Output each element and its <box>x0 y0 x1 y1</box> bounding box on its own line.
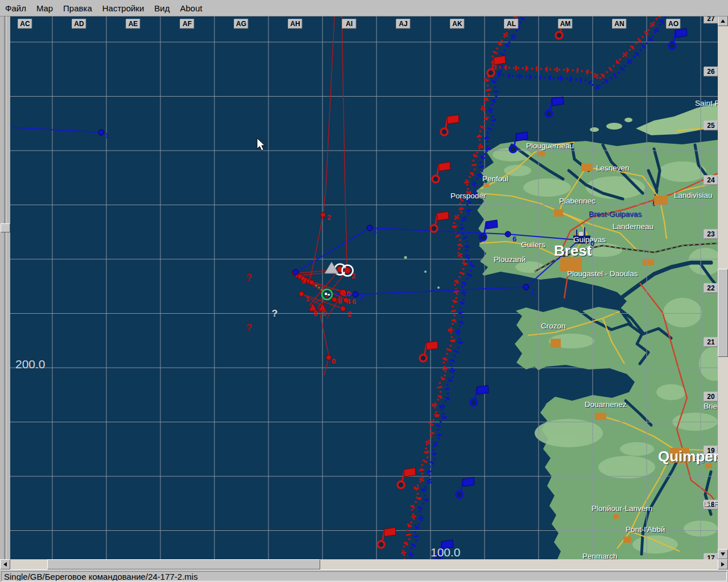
grid-badge: 26 <box>704 67 718 76</box>
city-label: Quimper <box>658 448 719 465</box>
arrow-down-icon <box>721 552 725 556</box>
scroll-down-button[interactable] <box>718 549 728 559</box>
grid-badge: 24 <box>704 176 718 185</box>
scroll-left-button[interactable] <box>0 559 10 569</box>
blue-waypoint-dot[interactable] <box>98 130 104 135</box>
mission-editor-window: ФайлMapПравкаНастройкиВидAbout ???ACADAE… <box>0 0 728 582</box>
arrow-up-icon <box>721 19 725 23</box>
red-unit-dot[interactable] <box>341 306 346 311</box>
red-unit-dot[interactable] <box>299 292 304 297</box>
red-unit-dot[interactable] <box>321 213 326 218</box>
scale-label: 100.0 <box>431 546 461 559</box>
horizontal-scroll-thumb[interactable] <box>47 559 320 569</box>
city-label: Douarnenez <box>585 400 627 409</box>
zoom-slider-thumb[interactable] <box>1 223 10 232</box>
blue-waypoint-dot[interactable] <box>353 292 358 297</box>
city-label: Pont-l'Abbй <box>626 525 665 534</box>
vertical-scrollbar[interactable] <box>718 16 728 559</box>
scroll-up-button[interactable] <box>718 16 728 26</box>
svg-text:AK: AK <box>452 20 462 28</box>
horizontal-scrollbar[interactable] <box>0 559 728 569</box>
blue-waypoint-number: 3 <box>373 227 377 236</box>
red-waypoint-number: 0 <box>322 309 326 318</box>
menu-bar: ФайлMapПравкаНастройкиВидAbout <box>0 0 728 16</box>
red-waypoint-number: 8 <box>338 297 342 305</box>
svg-text:AN: AN <box>614 20 624 28</box>
svg-text:AG: AG <box>236 20 246 28</box>
blue-waypoint-dot[interactable] <box>367 225 373 231</box>
selected-unit-green[interactable] <box>322 289 332 300</box>
svg-text:AO: AO <box>668 20 679 28</box>
menu-item-5[interactable]: About <box>175 3 207 13</box>
blue-waypoint-number: 0 <box>590 239 594 248</box>
menu-item-2[interactable]: Правка <box>58 3 97 13</box>
blue-waypoint-dot[interactable] <box>505 231 511 237</box>
grid-badge: AL <box>504 19 518 28</box>
scale-label: 200.0 <box>15 357 46 371</box>
grid-badge: AM <box>559 19 572 28</box>
grid-badge: AF <box>180 19 194 28</box>
svg-text:AC: AC <box>20 20 30 28</box>
city-label: Guilers <box>521 240 545 249</box>
red-waypoint-number: 2 <box>351 272 355 280</box>
blue-waypoint-dot[interactable] <box>523 284 529 290</box>
svg-text:AD: AD <box>74 20 84 28</box>
grid-badge: AE <box>126 19 140 28</box>
arrow-right-icon <box>721 562 725 567</box>
question-mark-marker[interactable]: ? <box>246 322 252 333</box>
grid-badge: AJ <box>396 19 410 28</box>
scroll-right-button[interactable] <box>718 559 728 569</box>
question-mark-marker[interactable]: ? <box>272 308 278 319</box>
svg-text:AE: AE <box>129 20 138 28</box>
city-label: Plougastel - Daoulas <box>567 269 638 278</box>
menu-item-0[interactable]: Файл <box>0 3 31 13</box>
city-label: Penfoul <box>482 174 508 183</box>
arrow-left-icon <box>3 562 7 567</box>
blue-waypoint-dot[interactable] <box>293 269 299 275</box>
red-waypoint-number: 0 <box>313 309 317 318</box>
svg-text:AM: AM <box>560 20 571 28</box>
vertical-scroll-thumb[interactable] <box>718 269 728 357</box>
zoom-slider[interactable] <box>0 16 10 559</box>
city-label: Brest <box>554 242 592 259</box>
city-label: Plonйour-Lanvern <box>592 504 652 513</box>
grid-badge: AC <box>18 19 32 28</box>
grid-badge: AG <box>234 19 248 28</box>
svg-text:AF: AF <box>183 20 192 28</box>
grid-badge: 20 <box>704 392 718 401</box>
svg-text:22: 22 <box>707 284 715 292</box>
blue-waypoint-number: 2 <box>359 293 363 302</box>
red-waypoint-number: 2 <box>348 310 351 318</box>
blue-waypoint-number: 1 <box>105 131 109 140</box>
city-label: Crozon <box>541 322 566 330</box>
status-bar: Single/GB/Береговое командование/24-177-… <box>0 569 728 582</box>
menu-item-1[interactable]: Map <box>31 3 58 13</box>
menu-item-3[interactable]: Настройки <box>97 3 150 13</box>
question-mark-marker[interactable]: ? <box>246 272 252 283</box>
grid-badge: 25 <box>704 121 718 130</box>
menu-item-4[interactable]: Вид <box>149 3 175 13</box>
zoom-slider-track <box>4 16 6 559</box>
red-waypoint-number: 9 <box>301 277 305 285</box>
map-layers: ???ACADAEAFAGAHAIAJAKALAMANAO27262524232… <box>10 14 728 570</box>
red-unit-dot[interactable] <box>326 355 332 360</box>
map-canvas[interactable]: ???ACADAEAFAGAHAIAJAKALAMANAO27262524232… <box>0 0 728 582</box>
city-label: Plouguerneau <box>526 142 574 150</box>
city-label: Porspoder <box>450 192 486 200</box>
city-label: Brest-Guipavas <box>589 210 642 218</box>
city-label: Plabennec <box>559 197 595 205</box>
city-label: Landerneau <box>613 222 653 231</box>
svg-text:AI: AI <box>346 20 353 28</box>
red-waypoint-number: 6 <box>352 297 356 306</box>
red-unit-dot[interactable] <box>332 297 337 302</box>
grid-badge: 21 <box>704 338 718 347</box>
grid-badge: 23 <box>704 230 718 239</box>
red-waypoint-number: 10 <box>342 289 350 298</box>
svg-text:23: 23 <box>707 230 715 238</box>
svg-text:AL: AL <box>507 20 516 28</box>
grid-badge: AK <box>450 19 464 28</box>
svg-text:21: 21 <box>707 338 715 346</box>
blue-waypoint-number: 1 <box>531 288 535 296</box>
red-unit-dot[interactable] <box>309 280 315 285</box>
city-label: Lesneven <box>596 164 630 172</box>
